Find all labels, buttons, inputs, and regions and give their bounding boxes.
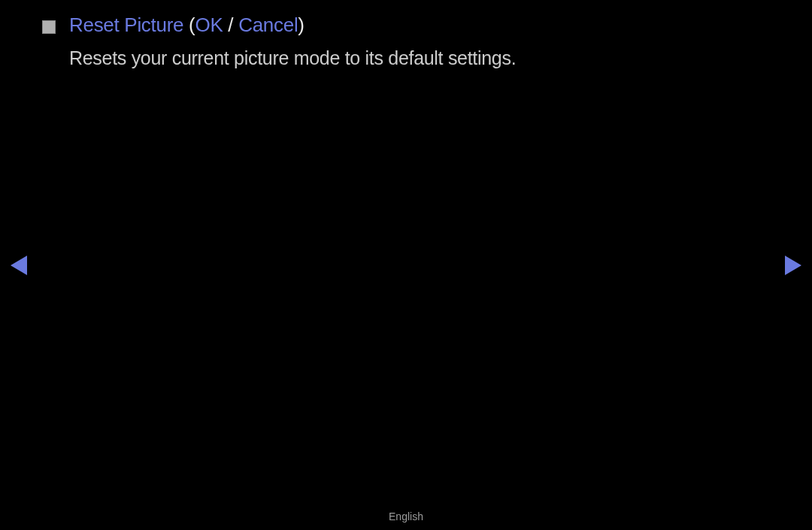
svg-marker-0 [11,256,27,275]
triangle-left-icon [11,256,27,275]
paren-open: ( [183,14,195,36]
footer-language: English [0,510,812,522]
help-content: Reset Picture (OK / Cancel) Resets your … [42,14,770,69]
setting-title: Reset Picture (OK / Cancel) [69,14,304,37]
option-separator: / [223,14,238,36]
svg-marker-1 [785,256,801,275]
setting-name: Reset Picture [69,14,183,36]
paren-close: ) [298,14,304,36]
title-row: Reset Picture (OK / Cancel) [42,14,770,37]
triangle-right-icon [785,256,801,275]
nav-prev-button[interactable] [11,256,27,278]
setting-description: Resets your current picture mode to its … [69,47,770,69]
option-ok: OK [195,14,223,36]
option-cancel: Cancel [238,14,298,36]
bullet-square-icon [42,20,56,34]
nav-next-button[interactable] [785,256,801,278]
